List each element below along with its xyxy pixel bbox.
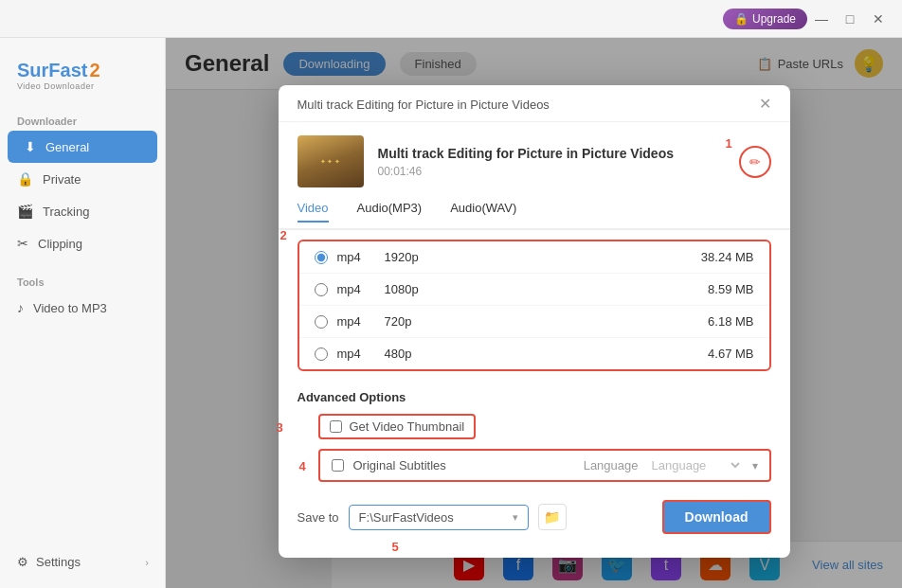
- quality-format-480p: mp4: [337, 347, 375, 361]
- step-3-badge: 3: [277, 419, 283, 434]
- modal-dialog: Multi track Editing for Picture in Pictu…: [279, 85, 790, 558]
- sidebar-general-label: General: [45, 140, 89, 154]
- video-thumbnail: ✦ ✦ ✦: [298, 135, 364, 187]
- save-path-text: F:\SurFastVideos: [359, 510, 454, 525]
- upgrade-label: Upgrade: [752, 12, 796, 26]
- sidebar-item-clipping[interactable]: ✂ Clipping: [0, 227, 165, 259]
- quality-row-1920p[interactable]: mp4 1920p 38.24 MB: [299, 241, 769, 274]
- quality-radio-720p[interactable]: [315, 315, 328, 329]
- quality-res-1920p: 1920p: [385, 250, 692, 264]
- sidebar-item-video-to-mp3[interactable]: ♪ Video to MP3: [0, 292, 165, 324]
- thumbnail-checkbox-wrap[interactable]: Get Video Thumbnail: [318, 414, 477, 439]
- tools-section-label: Tools: [0, 269, 165, 292]
- thumbnail-image: ✦ ✦ ✦: [298, 135, 364, 187]
- save-to-row: Save to F:\SurFastVideos ▾ 📁 5 Download: [279, 487, 790, 539]
- upgrade-button[interactable]: 🔒 Upgrade: [723, 9, 807, 29]
- quality-radio-1920p[interactable]: [315, 251, 328, 264]
- sidebar-item-general[interactable]: ⬇ General: [8, 131, 157, 163]
- logo-sub: Video Downloader: [17, 81, 148, 91]
- quality-section: 2 mp4 1920p 38.24 MB mp4 1080p 8.59 MB: [298, 240, 771, 371]
- quality-radio-480p[interactable]: [315, 347, 328, 361]
- settings-icon: ⚙: [17, 555, 28, 569]
- quality-size-1920p: 38.24 MB: [701, 250, 754, 264]
- modal-header: Multi track Editing for Picture in Pictu…: [279, 85, 790, 122]
- save-to-label: Save to: [298, 510, 339, 525]
- advanced-options-title: Advanced Options: [298, 390, 771, 404]
- app-container: SurFast 2 Video Downloader Downloader ⬇ …: [0, 38, 902, 588]
- chevron-down-icon: ▾: [752, 459, 758, 472]
- sidebar: SurFast 2 Video Downloader Downloader ⬇ …: [0, 38, 166, 588]
- quality-format-720p: mp4: [337, 314, 375, 329]
- subtitles-label: Original Subtitles: [353, 458, 574, 472]
- main-content: General Downloading Finished 📋 Paste URL…: [166, 38, 902, 588]
- window-close-button[interactable]: ✕: [864, 5, 893, 33]
- quality-format-1920p: mp4: [337, 250, 375, 264]
- modal-close-button[interactable]: ✕: [759, 97, 771, 112]
- sidebar-tracking-label: Tracking: [43, 205, 89, 219]
- lock-icon: 🔒: [17, 171, 33, 187]
- tab-video[interactable]: Video: [298, 201, 329, 223]
- save-path-selector[interactable]: F:\SurFastVideos ▾: [349, 505, 529, 530]
- quality-radio-1080p[interactable]: [315, 283, 328, 296]
- video-title-area: Multi track Editing for Picture in Pictu…: [378, 146, 725, 178]
- lock-icon: 🔒: [734, 12, 749, 26]
- quality-size-720p: 6.18 MB: [708, 314, 753, 329]
- maximize-button[interactable]: □: [836, 5, 864, 33]
- thumbnail-option: 3 Get Video Thumbnail: [298, 414, 771, 439]
- step-1-badge: 1: [726, 136, 732, 151]
- folder-icon: 📁: [544, 509, 560, 525]
- sidebar-item-private[interactable]: 🔒 Private: [0, 163, 165, 195]
- music-icon: ♪: [17, 300, 24, 315]
- clipping-icon: ✂: [17, 236, 28, 251]
- settings-item[interactable]: ⚙ Settings ›: [0, 545, 166, 579]
- subtitles-wrap: 4 Original Subtitles Language Language ▾: [298, 449, 771, 482]
- quality-row-480p[interactable]: mp4 480p 4.67 MB: [299, 338, 769, 369]
- tab-audio-wav[interactable]: Audio(WAV): [450, 201, 516, 221]
- save-path-chevron-icon: ▾: [513, 511, 518, 524]
- logo-num: 2: [89, 60, 99, 81]
- language-select[interactable]: Language: [648, 457, 743, 473]
- quality-row-720p[interactable]: mp4 720p 6.18 MB: [299, 306, 769, 338]
- logo-text: SurFast: [17, 60, 87, 81]
- thumbnail-text: ✦ ✦ ✦: [318, 156, 343, 168]
- sidebar-video-to-mp3-label: Video to MP3: [33, 301, 107, 315]
- sidebar-clipping-label: Clipping: [38, 237, 82, 251]
- sidebar-item-tracking[interactable]: 🎬 Tracking: [0, 195, 165, 227]
- settings-label: Settings: [36, 555, 81, 569]
- step-2-badge: 2: [280, 228, 287, 242]
- subtitles-checkbox[interactable]: [332, 459, 344, 472]
- quality-row-1080p[interactable]: mp4 1080p 8.59 MB: [299, 274, 769, 306]
- step-5-badge: 5: [392, 540, 399, 554]
- download-button[interactable]: Download: [662, 500, 771, 534]
- app-logo: SurFast 2 Video Downloader: [0, 52, 165, 108]
- pencil-icon: ✏: [749, 154, 761, 169]
- quality-size-480p: 4.67 MB: [708, 347, 753, 361]
- video-title: Multi track Editing for Picture in Pictu…: [378, 146, 725, 161]
- titlebar: 🔒 Upgrade — □ ✕: [0, 0, 902, 38]
- video-info-row: ✦ ✦ ✦ Multi track Editing for Picture in…: [279, 122, 790, 201]
- sidebar-private-label: Private: [43, 172, 81, 187]
- quality-res-480p: 480p: [385, 347, 699, 361]
- language-label: Language: [584, 458, 639, 472]
- subtitles-row: 4 Original Subtitles Language Language ▾: [318, 449, 771, 482]
- chevron-right-icon: ›: [145, 557, 149, 568]
- download-icon: ⬇: [25, 139, 36, 154]
- downloader-section-label: Downloader: [0, 108, 165, 131]
- step-4-badge: 4: [299, 458, 306, 472]
- tracking-icon: 🎬: [17, 204, 33, 219]
- edit-button[interactable]: 1 ✏: [739, 146, 771, 178]
- thumbnail-label: Get Video Thumbnail: [350, 419, 465, 434]
- quality-format-1080p: mp4: [337, 282, 375, 296]
- quality-res-1080p: 1080p: [385, 282, 699, 296]
- thumbnail-checkbox[interactable]: [330, 420, 342, 433]
- minimize-button[interactable]: —: [807, 5, 836, 33]
- advanced-options-section: Advanced Options 3 Get Video Thumbnail 4…: [279, 381, 790, 487]
- quality-res-720p: 720p: [385, 314, 699, 329]
- format-tabs: Video Audio(MP3) Audio(WAV): [279, 201, 790, 230]
- video-duration: 00:01:46: [378, 165, 725, 178]
- tab-audio-mp3[interactable]: Audio(MP3): [357, 201, 423, 221]
- quality-size-1080p: 8.59 MB: [708, 282, 753, 296]
- modal-title: Multi track Editing for Picture in Pictu…: [298, 98, 550, 112]
- browse-folder-button[interactable]: 📁: [538, 504, 567, 530]
